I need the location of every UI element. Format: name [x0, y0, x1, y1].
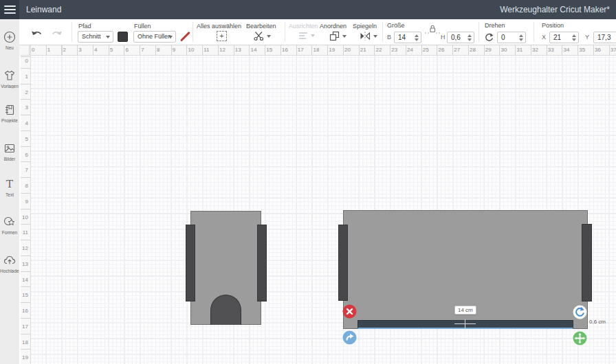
- select-all-button[interactable]: +: [217, 31, 227, 41]
- toolholder-strip[interactable]: [257, 225, 267, 302]
- arrange-button[interactable]: [329, 30, 346, 42]
- redo-button[interactable]: [50, 28, 63, 39]
- width-input[interactable]: 14: [394, 32, 421, 43]
- ruler-number: 5: [110, 47, 113, 53]
- cricut-design-space: Leinwand Werkzeughalter Cricut Maker* Ne…: [0, 0, 616, 364]
- ruler-number: 21: [360, 47, 366, 53]
- ruler-number: 8: [25, 183, 28, 189]
- align-button[interactable]: [298, 31, 315, 41]
- chevron-down-icon: [267, 35, 271, 38]
- design-canvas[interactable]: 14 cm 0,6 cm: [31, 56, 616, 364]
- resize-handle[interactable]: [573, 331, 587, 345]
- sidebar-item-vorlagen[interactable]: Vorlagen: [0, 69, 19, 89]
- ruler-number: 17: [22, 323, 28, 330]
- ruler-number: 2: [63, 47, 66, 53]
- ruler-number: 6: [25, 152, 28, 158]
- sidebar-item-projekte[interactable]: Projekte: [0, 103, 19, 123]
- undo-button[interactable]: [30, 28, 44, 39]
- menu-button[interactable]: [0, 0, 19, 19]
- sidebar-item-text[interactable]: T Text: [0, 177, 19, 197]
- ruler-number: 15: [266, 47, 272, 53]
- flip-icon: [342, 330, 357, 345]
- ruler-number: 5: [25, 136, 28, 142]
- ruler-number: 13: [22, 261, 28, 267]
- chevron-down-icon: [342, 35, 346, 38]
- ruler-number: 35: [579, 47, 585, 53]
- plus-circle-icon: [3, 30, 16, 44]
- ruler-number: 0: [32, 47, 34, 53]
- position-label: Position: [542, 22, 564, 29]
- height-value: 0,6: [451, 34, 461, 41]
- ruler-number: 28: [470, 47, 476, 53]
- ruler-number: 18: [22, 339, 28, 345]
- ruler-number: 2: [25, 89, 28, 95]
- project-title[interactable]: Werkzeughalter Cricut Maker*: [500, 5, 610, 14]
- page-title: Leinwand: [26, 5, 61, 14]
- no-fill-pen-icon[interactable]: [179, 31, 190, 42]
- selected-bar-shape[interactable]: [358, 320, 573, 329]
- ruler-number: 14: [22, 277, 28, 283]
- hamburger-icon: [4, 3, 16, 16]
- path-color-swatch[interactable]: [118, 32, 128, 42]
- toolholder-strip[interactable]: [186, 225, 195, 302]
- width-field-label: B: [387, 34, 391, 41]
- delete-x-icon: [342, 304, 357, 319]
- sidebar-item-bilder[interactable]: Bilder: [0, 141, 19, 161]
- ruler-number: 17: [298, 47, 304, 53]
- sidebar-item-neu[interactable]: Neu: [0, 30, 19, 50]
- size-label: Größe: [387, 22, 405, 29]
- height-input[interactable]: 0,6: [447, 32, 474, 43]
- rotate-input[interactable]: 0: [497, 32, 526, 43]
- move-arrows-icon: [573, 331, 587, 345]
- ruler-number: 19: [329, 47, 335, 53]
- stepper-icon[interactable]: [572, 34, 576, 41]
- rotate-handle[interactable]: [573, 305, 587, 319]
- stepper-icon[interactable]: [415, 34, 419, 41]
- toolholder-strip[interactable]: [338, 225, 348, 301]
- ruler-number: 20: [344, 47, 351, 53]
- chevron-down-icon: [168, 36, 173, 38]
- pfad-value: Schnitt: [82, 33, 101, 40]
- ruler-number: 10: [22, 214, 28, 220]
- ruler-number: 3: [78, 47, 81, 53]
- ruler-number: 3: [25, 104, 28, 111]
- sidebar-item-hochladen[interactable]: Hochladen: [0, 253, 19, 273]
- toolbar-separator: [192, 22, 193, 42]
- fuellen-select[interactable]: Ohne Füllen: [133, 31, 176, 43]
- lock-aspect-icon[interactable]: [424, 24, 441, 34]
- delete-handle[interactable]: [342, 304, 357, 319]
- undo-icon: [30, 28, 44, 39]
- pos-x-input[interactable]: 21: [549, 32, 579, 43]
- ruler-number: 26: [439, 47, 445, 53]
- mirror-label: Spiegeln: [353, 23, 377, 30]
- selection-crosshair: [465, 319, 465, 329]
- projects-icon: [3, 103, 16, 117]
- stepper-icon[interactable]: [519, 34, 523, 41]
- ruler-number: 18: [314, 47, 320, 53]
- tshirt-icon: [3, 69, 16, 82]
- ruler-number: 6: [126, 47, 129, 53]
- ruler-number: 4: [25, 120, 28, 126]
- stepper-icon[interactable]: [468, 34, 472, 41]
- ruler-number: 7: [141, 47, 144, 53]
- flip-handle[interactable]: [342, 330, 357, 345]
- chevron-down-icon: [373, 35, 377, 38]
- shapes-icon: [3, 215, 16, 229]
- pos-y-input[interactable]: 17,3: [593, 32, 616, 43]
- ruler-number: 9: [173, 47, 175, 53]
- fuellen-value: Ohne Füllen: [138, 33, 171, 40]
- sidebar-label: Text: [0, 192, 19, 197]
- edit-button[interactable]: [253, 30, 271, 42]
- ruler-number: 24: [407, 47, 413, 53]
- ruler-number: 37: [610, 47, 616, 53]
- toolholder-strip[interactable]: [582, 224, 592, 302]
- ruler-number: 15: [22, 292, 28, 298]
- ruler-number: 11: [23, 229, 28, 236]
- chevron-down-icon: [106, 36, 110, 38]
- sidebar-item-formen[interactable]: Formen: [0, 215, 19, 235]
- toolholder-arch[interactable]: [210, 295, 241, 325]
- mirror-button[interactable]: [359, 30, 377, 42]
- pfad-select[interactable]: Schnitt: [78, 31, 113, 43]
- sidebar-label: Bilder: [0, 157, 19, 161]
- rotate-arrow-icon: [573, 305, 587, 319]
